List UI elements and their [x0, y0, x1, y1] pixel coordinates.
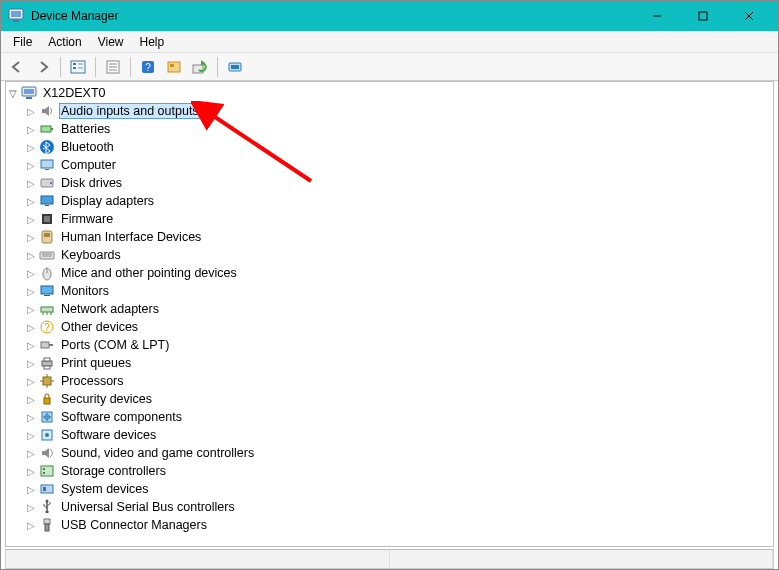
display-icon [38, 193, 56, 209]
svg-rect-4 [699, 12, 707, 20]
tree-item-battery[interactable]: Batteries [6, 120, 773, 138]
svg-rect-44 [41, 286, 53, 294]
toolbar-separator [95, 57, 96, 77]
tree-item-disk[interactable]: Disk drives [6, 174, 773, 192]
svg-rect-72 [43, 487, 46, 491]
svg-rect-26 [41, 126, 51, 132]
expand-icon[interactable] [24, 230, 38, 244]
back-icon[interactable] [5, 56, 29, 78]
expand-icon[interactable] [24, 464, 38, 478]
help-icon[interactable]: ? [136, 56, 160, 78]
expand-icon[interactable] [24, 212, 38, 226]
svg-point-32 [50, 182, 52, 184]
firmware-icon [38, 211, 56, 227]
svg-rect-2 [13, 20, 19, 22]
svg-point-73 [46, 500, 49, 503]
svg-rect-19 [170, 64, 174, 67]
expand-icon[interactable] [24, 122, 38, 136]
svg-point-67 [45, 433, 49, 437]
expand-icon[interactable] [24, 518, 38, 532]
tree-item-label: Network adapters [59, 302, 161, 316]
tree-item-firmware[interactable]: Firmware [6, 210, 773, 228]
other-icon: ? [38, 319, 56, 335]
expand-icon[interactable] [24, 284, 38, 298]
ports-icon [38, 337, 56, 353]
expand-icon[interactable] [24, 428, 38, 442]
menu-action[interactable]: Action [40, 33, 89, 51]
tree-item-display[interactable]: Display adapters [6, 192, 773, 210]
minimize-button[interactable] [634, 1, 680, 31]
expand-icon[interactable] [24, 356, 38, 370]
expand-icon[interactable] [24, 500, 38, 514]
tree-item-mouse[interactable]: Mice and other pointing devices [6, 264, 773, 282]
sound-icon [38, 445, 56, 461]
tree-item-network[interactable]: Network adapters [6, 300, 773, 318]
tree-view-icon[interactable] [66, 56, 90, 78]
svg-text:?: ? [145, 62, 151, 73]
expand-icon[interactable] [24, 410, 38, 424]
tree-item-system[interactable]: System devices [6, 480, 773, 498]
tree-item-bluetooth[interactable]: Bluetooth [6, 138, 773, 156]
tree-item-software-comp[interactable]: Software components [6, 408, 773, 426]
tree-item-label: Print queues [59, 356, 133, 370]
toolbar-separator [60, 57, 61, 77]
expand-icon[interactable] [6, 86, 20, 100]
tree-item-ports[interactable]: Ports (COM & LPT) [6, 336, 773, 354]
tree-item-audio[interactable]: Audio inputs and outputs [6, 102, 773, 120]
expand-icon[interactable] [24, 482, 38, 496]
tree-item-keyboard[interactable]: Keyboards [6, 246, 773, 264]
device-tree[interactable]: X12DEXT0Audio inputs and outputsBatterie… [6, 82, 773, 546]
expand-icon[interactable] [24, 302, 38, 316]
svg-rect-45 [44, 295, 50, 296]
expand-icon[interactable] [24, 248, 38, 262]
svg-rect-74 [46, 511, 49, 513]
expand-icon[interactable] [24, 158, 38, 172]
expand-icon[interactable] [24, 338, 38, 352]
tree-item-label: Batteries [59, 122, 112, 136]
tree-item-monitor[interactable]: Monitors [6, 282, 773, 300]
expand-icon[interactable] [24, 176, 38, 190]
close-button[interactable] [726, 1, 772, 31]
properties-icon[interactable] [101, 56, 125, 78]
svg-rect-76 [45, 524, 49, 531]
menu-file[interactable]: File [5, 33, 40, 51]
expand-icon[interactable] [24, 140, 38, 154]
svg-text:?: ? [44, 322, 50, 333]
maximize-button[interactable] [680, 1, 726, 31]
tree-item-security[interactable]: Security devices [6, 390, 773, 408]
expand-icon[interactable] [24, 374, 38, 388]
expand-icon[interactable] [24, 446, 38, 460]
update-driver-icon[interactable] [188, 56, 212, 78]
tree-item-processor[interactable]: Processors [6, 372, 773, 390]
svg-rect-38 [44, 233, 50, 237]
tree-item-software-dev[interactable]: Software devices [6, 426, 773, 444]
expand-icon[interactable] [24, 320, 38, 334]
tree-root[interactable]: X12DEXT0 [6, 84, 773, 102]
hid-icon [38, 229, 56, 245]
menu-help[interactable]: Help [132, 33, 173, 51]
status-bar [5, 549, 774, 569]
disable-icon[interactable] [162, 56, 186, 78]
tree-item-label: Keyboards [59, 248, 123, 262]
tree-item-usb[interactable]: Universal Serial Bus controllers [6, 498, 773, 516]
menu-view[interactable]: View [90, 33, 132, 51]
tree-item-sound[interactable]: Sound, video and game controllers [6, 444, 773, 462]
tree-item-storage[interactable]: Storage controllers [6, 462, 773, 480]
expand-icon[interactable] [24, 194, 38, 208]
keyboard-icon [38, 247, 56, 263]
tree-item-label: Disk drives [59, 176, 124, 190]
svg-rect-46 [41, 307, 53, 312]
expand-icon[interactable] [24, 104, 38, 118]
tree-item-other[interactable]: ?Other devices [6, 318, 773, 336]
tree-item-printer[interactable]: Print queues [6, 354, 773, 372]
scan-hardware-icon[interactable] [223, 56, 247, 78]
tree-item-hid[interactable]: Human Interface Devices [6, 228, 773, 246]
forward-icon[interactable] [31, 56, 55, 78]
svg-rect-24 [24, 89, 34, 94]
svg-rect-10 [78, 63, 83, 65]
tree-item-computer-small[interactable]: Computer [6, 156, 773, 174]
expand-icon[interactable] [24, 266, 38, 280]
tree-item-usb-conn[interactable]: USB Connector Managers [6, 516, 773, 534]
expand-icon[interactable] [24, 392, 38, 406]
svg-rect-52 [41, 342, 49, 348]
